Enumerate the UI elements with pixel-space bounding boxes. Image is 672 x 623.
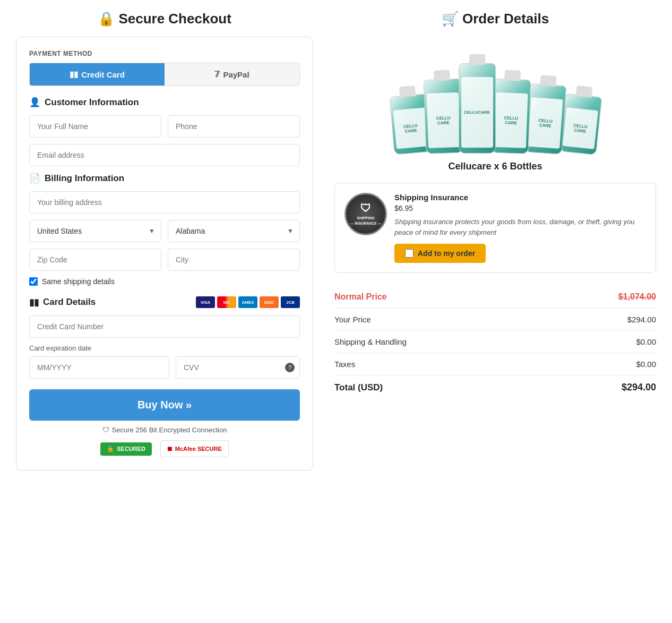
cvv-help-icon[interactable]: ? bbox=[285, 363, 295, 372]
bottle-label-3: CELLUCARE bbox=[461, 77, 493, 148]
card-details-title: ▮▮ Card Details bbox=[29, 297, 96, 308]
normal-price-label: Normal Price bbox=[334, 292, 387, 302]
paypal-icon: 𝟟 bbox=[214, 70, 220, 79]
shipping-row: Shipping & Handling $0.00 bbox=[334, 331, 656, 353]
email-input[interactable] bbox=[29, 144, 300, 166]
card-icon-small: ▮▮ bbox=[70, 70, 78, 79]
bottle-label-5: CELLUCARE bbox=[528, 97, 563, 149]
add-to-order-checkbox[interactable] bbox=[405, 249, 413, 258]
zip-city-row bbox=[29, 249, 300, 271]
product-image-area: CELLUCARE CELLUCARE CELLUCARE CELLUCARE … bbox=[334, 37, 656, 172]
bottle-cap-6 bbox=[575, 86, 592, 98]
expiry-label: Card expiration date bbox=[29, 344, 300, 352]
mcafee-icon: ■ bbox=[167, 444, 173, 454]
shipping-info: Shipping Insurance $6.95 Shipping insura… bbox=[394, 193, 646, 263]
secure-text-row: 🛡 Secure 256 Bit Encrypted Connection bbox=[29, 426, 300, 434]
customer-info-title: 👤 Customer Information bbox=[29, 97, 300, 108]
shipping-value: $0.00 bbox=[636, 337, 656, 346]
bottle-label-6: CELLUCARE bbox=[562, 107, 598, 149]
checkout-card: PAYMENT METHOD ▮▮ Credit Card 𝟟 PayPal 👤… bbox=[16, 37, 313, 471]
country-state-row: United States Canada United Kingdom ▼ Al… bbox=[29, 220, 300, 242]
expiry-input[interactable] bbox=[29, 356, 169, 379]
mcafee-badge: ■ McAfee SECURE bbox=[160, 440, 229, 457]
cvv-wrapper: ? bbox=[176, 356, 300, 379]
shipping-insurance-box: 🛡 SHIPPING — INSURANCE — Shipping Insura… bbox=[334, 183, 656, 273]
add-to-order-button[interactable]: Add to my order bbox=[394, 244, 486, 263]
state-select[interactable]: Alabama Alaska Arizona California bbox=[168, 220, 300, 242]
bottle-5: CELLUCARE bbox=[524, 83, 566, 155]
your-price-label: Your Price bbox=[334, 315, 371, 324]
checkout-section: 🔒 Secure Checkout PAYMENT METHOD ▮▮ Cred… bbox=[16, 11, 313, 471]
taxes-label: Taxes bbox=[334, 360, 355, 369]
email-row bbox=[29, 144, 300, 166]
zip-input[interactable] bbox=[29, 249, 161, 271]
tab-paypal-label: PayPal bbox=[223, 70, 249, 79]
full-name-input[interactable] bbox=[29, 115, 161, 138]
card-number-row bbox=[29, 315, 300, 338]
product-name: Cellucare x 6 Bottles bbox=[334, 161, 656, 172]
bottle-cap-3 bbox=[469, 54, 485, 65]
shipping-insurance-title: Shipping Insurance bbox=[394, 193, 646, 202]
shipping-badge: 🛡 SHIPPING — INSURANCE — bbox=[344, 193, 387, 235]
shipping-insurance-desc: Shipping insurance protects your goods f… bbox=[394, 217, 646, 237]
card-details-header: ▮▮ Card Details VISA MC AMEX DISC JCB bbox=[29, 296, 300, 308]
shield-badge-icon: 🛡 bbox=[360, 202, 371, 215]
taxes-row: Taxes $0.00 bbox=[334, 353, 656, 375]
bottle-3: CELLUCARE bbox=[459, 63, 496, 153]
cvv-input[interactable] bbox=[176, 356, 300, 379]
shipping-insurance-price: $6.95 bbox=[394, 204, 646, 212]
bottle-4: CELLUCARE bbox=[491, 79, 531, 154]
address-row bbox=[29, 191, 300, 214]
trust-badges: 🔒 SECURED ■ McAfee SECURE bbox=[29, 440, 300, 457]
card-details-icon: ▮▮ bbox=[29, 297, 39, 308]
bottle-label-2: CELLUCARE bbox=[426, 92, 460, 148]
state-wrapper: Alabama Alaska Arizona California ▼ bbox=[168, 220, 300, 242]
discover-icon: DISC bbox=[260, 296, 279, 308]
visa-icon: VISA bbox=[196, 296, 215, 308]
card-number-input[interactable] bbox=[29, 315, 300, 338]
tab-credit-card-label: Credit Card bbox=[81, 70, 125, 79]
billing-info-title: 📄 Billing Information bbox=[29, 173, 300, 184]
address-input[interactable] bbox=[29, 191, 300, 214]
total-value: $294.00 bbox=[622, 382, 656, 393]
card-icons-group: VISA MC AMEX DISC JCB bbox=[196, 296, 300, 308]
expiry-cvv-row: ? bbox=[29, 356, 300, 379]
bottle-2: CELLUCARE bbox=[423, 79, 463, 154]
total-label: Total (USD) bbox=[334, 382, 383, 393]
jcb-icon: JCB bbox=[281, 296, 300, 308]
taxes-value: $0.00 bbox=[636, 360, 656, 369]
mastercard-icon: MC bbox=[217, 296, 236, 308]
same-shipping-checkbox[interactable] bbox=[29, 277, 38, 286]
bottle-cap-2 bbox=[433, 70, 450, 81]
order-details-title: 🛒 Order Details bbox=[334, 11, 656, 27]
total-row: Total (USD) $294.00 bbox=[334, 375, 656, 399]
checkout-title: 🔒 Secure Checkout bbox=[16, 11, 313, 27]
shipping-badge-text: SHIPPING — INSURANCE — bbox=[350, 216, 382, 226]
bottle-label-1: CELLUCARE bbox=[393, 107, 428, 149]
tab-credit-card[interactable]: ▮▮ Credit Card bbox=[30, 63, 165, 86]
shipping-label: Shipping & Handling bbox=[334, 337, 407, 346]
secured-badge: 🔒 SECURED bbox=[100, 442, 152, 456]
payment-tabs: ▮▮ Credit Card 𝟟 PayPal bbox=[29, 63, 300, 86]
country-wrapper: United States Canada United Kingdom ▼ bbox=[29, 220, 161, 242]
city-input[interactable] bbox=[168, 249, 300, 271]
name-phone-row bbox=[29, 115, 300, 138]
your-price-value: $294.00 bbox=[627, 315, 656, 324]
shield-icon: 🛡 bbox=[102, 426, 109, 434]
product-bottles: CELLUCARE CELLUCARE CELLUCARE CELLUCARE … bbox=[334, 37, 656, 153]
amex-icon: AMEX bbox=[238, 296, 257, 308]
bottle-label-4: CELLUCARE bbox=[494, 92, 528, 148]
phone-input[interactable] bbox=[168, 115, 300, 138]
country-select[interactable]: United States Canada United Kingdom bbox=[29, 220, 161, 242]
billing-icon: 📄 bbox=[29, 173, 40, 184]
same-shipping-label[interactable]: Same shipping details bbox=[42, 277, 115, 286]
bottle-cap-5 bbox=[540, 75, 556, 87]
bottle-cap-4 bbox=[504, 70, 521, 81]
same-shipping-row: Same shipping details bbox=[29, 277, 300, 286]
lock-icon: 🔒 bbox=[107, 446, 114, 453]
buy-now-button[interactable]: Buy Now » bbox=[29, 389, 300, 421]
your-price-row: Your Price $294.00 bbox=[334, 309, 656, 331]
bottle-cap-1 bbox=[399, 86, 416, 98]
tab-paypal[interactable]: 𝟟 PayPal bbox=[165, 63, 299, 86]
order-details-section: 🛒 Order Details CELLUCARE CELLUCARE CELL… bbox=[334, 11, 656, 399]
